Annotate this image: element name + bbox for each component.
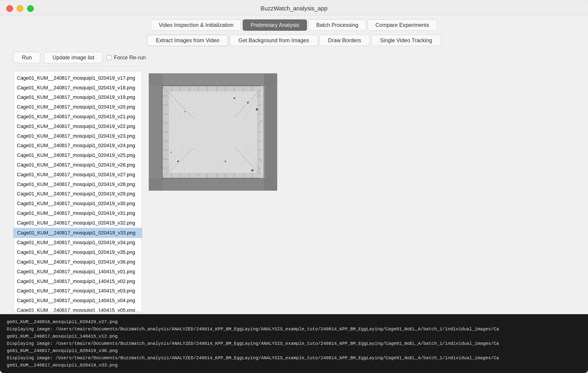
force-rerun-text: Force Re-run	[114, 54, 146, 61]
cage-image	[149, 73, 277, 191]
traffic-lights	[6, 5, 34, 12]
file-list-item[interactable]: Cage01_KUM__240817_mosquipi1_020419_v18.…	[14, 83, 142, 93]
file-list-item[interactable]: Cage01_KUM__240817_mosquipi1_020419_v24.…	[14, 141, 142, 151]
file-list-item[interactable]: Cage01_KUM__240817_mosquipi1_020419_v19.…	[14, 92, 142, 102]
svg-point-61	[251, 169, 253, 172]
file-list-item[interactable]: Cage01_KUM__240817_mosquipi1_020419_v16.…	[14, 71, 142, 73]
tab-batch-processing[interactable]: Batch Processing	[308, 19, 366, 31]
file-list-item[interactable]: Cage01_KUM__240817_mosquipi1_020419_v26.…	[14, 160, 142, 170]
close-button[interactable]	[6, 5, 13, 12]
title-bar: BuzzWatch_analysis_app	[0, 0, 588, 15]
file-list-item[interactable]: Cage01_KUM__240817_mosquipi1_020419_v22.…	[14, 122, 142, 131]
tab-single-video-tracking[interactable]: Single Video Tracking	[371, 35, 441, 46]
secondary-nav: Extract Images from Video Get Background…	[0, 33, 588, 49]
file-list-item[interactable]: Cage01_KUM__240817_mosquipi1_140415_v04.…	[14, 296, 142, 306]
update-image-list-button[interactable]: Update image list	[44, 52, 103, 63]
file-list-item[interactable]: Cage01_KUM__240817_mosquipi1_140415_v05.…	[14, 306, 142, 312]
log-area: ge01_KUM__240816_mosquipi1_020429_v27.pn…	[0, 314, 588, 373]
file-list-item[interactable]: Cage01_KUM__240817_mosquipi1_020419_v28.…	[14, 180, 142, 189]
file-list-item[interactable]: Cage01_KUM__240817_mosquipi1_140415_v03.…	[14, 286, 142, 296]
main-content: Cage01_KUM__240817_mosquipi1_020419_v16.…	[0, 66, 588, 314]
tab-get-background[interactable]: Get Background from Images	[230, 35, 318, 46]
file-list-item[interactable]: Cage01_KUM__240817_mosquipi1_020419_v17.…	[14, 73, 142, 83]
file-list-item[interactable]: Cage01_KUM__240817_mosquipi1_020419_v20.…	[14, 102, 142, 112]
toolbar: Run Update image list Force Re-run	[0, 49, 588, 66]
tab-extract-images[interactable]: Extract Images from Video	[147, 35, 228, 46]
image-preview-area	[149, 71, 575, 312]
file-list-item[interactable]: Cage01_KUM__240817_mosquipi1_020419_v35.…	[14, 248, 142, 257]
preview-canvas	[149, 73, 277, 191]
file-list-item[interactable]: Cage01_KUM__240817_mosquipi1_020419_v23.…	[14, 131, 142, 141]
maximize-button[interactable]	[27, 5, 34, 12]
svg-point-56	[247, 102, 249, 104]
force-rerun-label[interactable]: Force Re-run	[107, 54, 146, 61]
tab-video-inspection[interactable]: Video Inspection & Initialization	[151, 19, 241, 31]
svg-point-55	[256, 108, 258, 110]
file-list-item[interactable]: Cage01_KUM__240817_mosquipi1_020419_v36.…	[14, 257, 142, 267]
file-list-item[interactable]: Cage01_KUM__240817_mosquipi1_020419_v33.…	[14, 228, 142, 238]
file-list-item[interactable]: Cage01_KUM__240817_mosquipi1_020419_v27.…	[14, 170, 142, 180]
tab-preliminary-analysis[interactable]: Preliminary Analysis	[243, 19, 307, 31]
svg-rect-67	[264, 73, 277, 191]
file-list-item[interactable]: Cage01_KUM__240817_mosquipi1_020419_v25.…	[14, 151, 142, 160]
primary-nav: Video Inspection & Initialization Prelim…	[0, 15, 588, 33]
tab-compare-experiments[interactable]: Compare Experiments	[368, 19, 437, 31]
tab-draw-borders[interactable]: Draw Borders	[319, 35, 370, 46]
run-button[interactable]: Run	[13, 52, 40, 63]
file-list-item[interactable]: Cage01_KUM__240817_mosquipi1_140415_v01.…	[14, 267, 142, 277]
file-list-item[interactable]: Cage01_KUM__240817_mosquipi1_020419_v31.…	[14, 208, 142, 218]
svg-rect-66	[149, 73, 162, 191]
file-list[interactable]: Cage01_KUM__240817_mosquipi1_020419_v16.…	[13, 71, 142, 312]
app-window: BuzzWatch_analysis_app Video Inspection …	[0, 0, 588, 373]
force-rerun-checkbox[interactable]	[107, 55, 112, 60]
svg-rect-69	[149, 178, 277, 191]
file-list-item[interactable]: Cage01_KUM__240817_mosquipi1_020419_v29.…	[14, 189, 142, 199]
svg-point-60	[171, 152, 172, 153]
file-list-item[interactable]: Cage01_KUM__240817_mosquipi1_020419_v34.…	[14, 238, 142, 248]
svg-rect-68	[149, 73, 277, 86]
file-list-item[interactable]: Cage01_KUM__240817_mosquipi1_020419_v30.…	[14, 199, 142, 208]
svg-rect-3	[169, 91, 257, 173]
file-list-item[interactable]: Cage01_KUM__240817_mosquipi1_020419_v32.…	[14, 218, 142, 228]
minimize-button[interactable]	[17, 5, 23, 12]
svg-point-59	[177, 160, 179, 162]
window-title: BuzzWatch_analysis_app	[261, 5, 327, 12]
svg-point-63	[224, 160, 226, 162]
svg-point-64	[184, 111, 186, 112]
svg-point-57	[233, 97, 235, 99]
file-list-item[interactable]: Cage01_KUM__240817_mosquipi1_140415_v02.…	[14, 277, 142, 286]
file-list-item[interactable]: Cage01_KUM__240817_mosquipi1_020419_v21.…	[14, 112, 142, 122]
